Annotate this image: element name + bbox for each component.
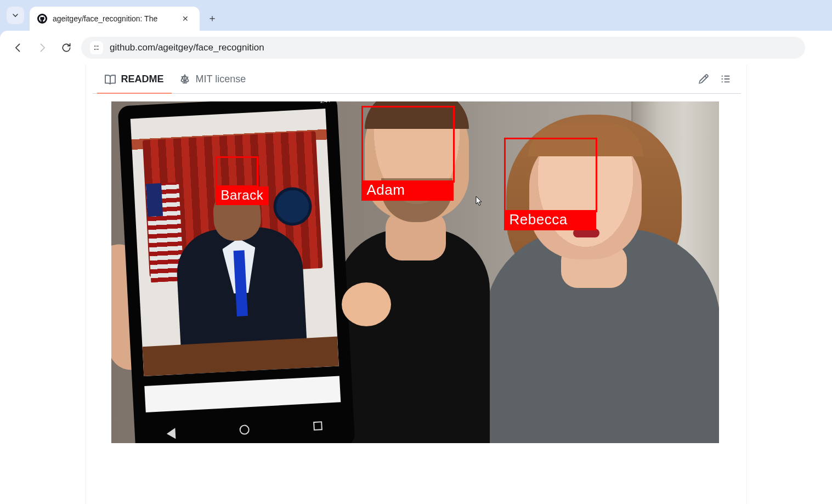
site-info-icon[interactable]: [90, 41, 103, 54]
face-label: Barack: [216, 186, 269, 205]
github-favicon: [37, 14, 47, 24]
back-button[interactable]: [9, 38, 27, 57]
face-box-barack: Barack: [216, 156, 258, 187]
face-box-adam: Adam: [361, 106, 455, 183]
address-bar[interactable]: github.com/ageitgey/face_recognition: [81, 37, 805, 59]
forward-button[interactable]: [33, 38, 52, 57]
outline-button[interactable]: [720, 73, 731, 84]
readme-demo-image: 1:44: [111, 101, 719, 443]
tab-readme[interactable]: README: [97, 65, 172, 94]
browser-tab[interactable]: ageitgey/face_recognition: The ✕: [30, 7, 200, 31]
pencil-icon: [698, 73, 709, 84]
android-recents-icon: [313, 421, 322, 431]
tab-license-label: MIT license: [196, 73, 246, 85]
law-icon: [179, 74, 190, 85]
browser-toolbar: github.com/ageitgey/face_recognition: [0, 31, 832, 65]
phone-status-time: 1:44: [319, 101, 330, 107]
tab-readme-label: README: [121, 73, 164, 85]
list-icon: [720, 73, 731, 84]
tab-license[interactable]: MIT license: [172, 65, 254, 94]
book-icon: [105, 74, 116, 85]
phone-nav-bar: [134, 410, 354, 443]
tabs-dropdown-button[interactable]: [7, 7, 24, 24]
face-label: Rebecca: [504, 210, 596, 230]
edit-readme-button[interactable]: [698, 73, 709, 84]
tab-close-button[interactable]: ✕: [179, 13, 192, 24]
browser-tab-strip: ageitgey/face_recognition: The ✕ ＋: [0, 0, 832, 31]
svg-point-0: [94, 46, 95, 47]
cursor-icon: [476, 196, 483, 207]
svg-rect-3: [96, 49, 99, 49]
face-box-rebecca: Rebecca: [504, 138, 597, 212]
repo-readme-panel: README MIT license: [86, 65, 747, 504]
android-back-icon: [166, 428, 176, 439]
readme-header: README MIT license: [93, 65, 741, 94]
face-label: Adam: [361, 180, 454, 201]
reload-button[interactable]: [57, 38, 76, 57]
svg-point-2: [94, 49, 95, 50]
page-content: README MIT license: [0, 65, 832, 504]
svg-rect-1: [96, 46, 99, 47]
phone-device: 1:44: [117, 101, 355, 443]
tab-title: ageitgey/face_recognition: The: [53, 14, 157, 23]
android-home-icon: [239, 424, 250, 435]
new-tab-button[interactable]: ＋: [204, 10, 220, 26]
url-text: github.com/ageitgey/face_recognition: [110, 42, 264, 53]
